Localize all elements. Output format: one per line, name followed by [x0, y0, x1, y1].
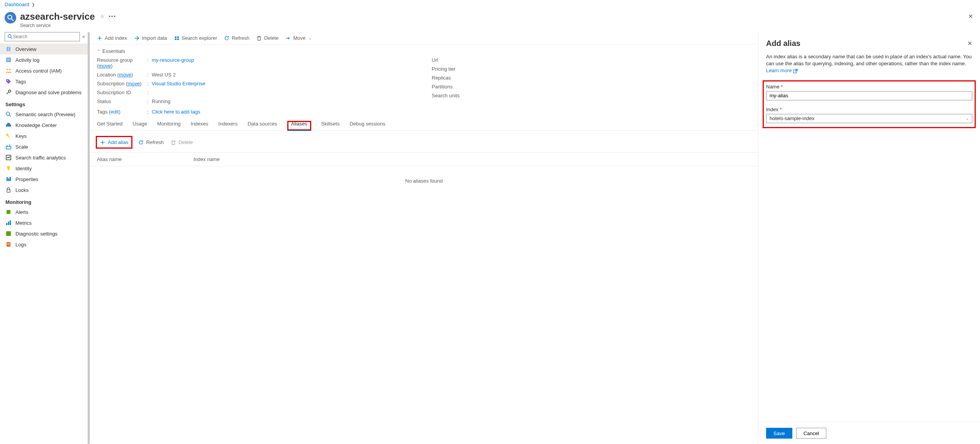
- sidebar-search-input[interactable]: [13, 34, 77, 39]
- chart-icon: [5, 154, 12, 161]
- sidebar-item-label: Logs: [15, 242, 26, 247]
- add-alias-button[interactable]: Add alias: [100, 139, 128, 145]
- logs-icon: [5, 241, 12, 247]
- sidebar-item-alerts[interactable]: Alerts: [0, 207, 90, 217]
- edit-tags-link: edit: [110, 109, 119, 115]
- sidebar-item-search-traffic-analytics[interactable]: Search traffic analytics: [0, 152, 90, 163]
- sidebar-item-knowledge-center[interactable]: Knowledge Center: [0, 120, 90, 130]
- tab-get-started[interactable]: Get Started: [97, 121, 122, 130]
- sidebar-item-logs[interactable]: Logs: [0, 239, 90, 250]
- tab-aliases[interactable]: Aliases: [287, 121, 311, 130]
- search-icon: [5, 111, 12, 117]
- sidebar-item-diagnose-and-solve-problems[interactable]: Diagnose and solve problems: [0, 87, 90, 98]
- svg-rect-34: [7, 244, 10, 245]
- add-tags-link[interactable]: Click here to add tags: [152, 109, 751, 115]
- sidebar-item-label: Access control (IAM): [15, 68, 62, 74]
- sidebar-item-overview[interactable]: Overview: [0, 44, 90, 54]
- resource-group-link[interactable]: my-resource-group: [152, 57, 194, 63]
- people-icon: [5, 68, 12, 74]
- more-menu-icon[interactable]: •••: [109, 14, 116, 19]
- diag-icon: [5, 230, 12, 237]
- breadcrumb-dashboard[interactable]: Dashboard: [5, 2, 29, 7]
- alert-icon: [5, 209, 12, 215]
- move-resource-group-link[interactable]: move: [98, 63, 111, 69]
- tab-usage[interactable]: Usage: [132, 121, 147, 130]
- tab-indexes[interactable]: Indexes: [191, 121, 209, 130]
- resource-header: azsearch-service Search service ☆ ••• ✕: [0, 9, 980, 32]
- name-label: Name *: [766, 84, 972, 90]
- sidebar: « OverviewActivity logAccess control (IA…: [0, 32, 90, 444]
- sidebar-item-label: Search traffic analytics: [15, 155, 66, 161]
- sidebar-item-access-control-iam-[interactable]: Access control (IAM): [0, 65, 90, 76]
- sidebar-item-locks[interactable]: Locks: [0, 185, 90, 195]
- breadcrumb: Dashboard ❯: [0, 0, 980, 9]
- highlighted-fields: Name * Index * hotels-sample-index ⌄: [764, 81, 975, 127]
- index-label: Index *: [766, 107, 972, 112]
- svg-rect-23: [7, 177, 8, 181]
- svg-rect-31: [6, 231, 11, 236]
- svg-rect-27: [7, 210, 10, 214]
- tab-data-sources[interactable]: Data sources: [248, 121, 277, 130]
- command-bar: Add index Import data Search explorer Re…: [90, 32, 758, 44]
- sidebar-item-label: Metrics: [15, 220, 32, 226]
- sidebar-item-tags[interactable]: Tags: [0, 76, 90, 87]
- cancel-button[interactable]: Cancel: [796, 428, 826, 439]
- move-subscription-link[interactable]: move: [128, 81, 140, 86]
- chevron-down-icon: ⌄: [309, 36, 312, 40]
- log-icon: [5, 57, 12, 63]
- search-service-icon: [5, 12, 16, 24]
- sidebar-item-properties[interactable]: Properties: [0, 174, 90, 185]
- save-button[interactable]: Save: [766, 428, 792, 439]
- svg-rect-37: [175, 36, 176, 38]
- svg-point-15: [6, 112, 10, 115]
- favorite-star-icon[interactable]: ☆: [100, 14, 105, 19]
- sidebar-item-identity[interactable]: Identity: [0, 163, 90, 174]
- index-select[interactable]: hotels-sample-index ⌄: [766, 114, 972, 123]
- refresh-button[interactable]: Refresh: [224, 35, 249, 41]
- tab-monitoring[interactable]: Monitoring: [157, 121, 181, 130]
- empty-state: No aliases found: [90, 166, 758, 184]
- svg-rect-22: [8, 169, 9, 170]
- essentials-toggle[interactable]: ⌃ Essentials: [90, 44, 758, 56]
- svg-rect-26: [7, 190, 10, 192]
- svg-rect-29: [8, 222, 9, 225]
- sidebar-item-label: Properties: [15, 176, 38, 182]
- sidebar-search[interactable]: [5, 32, 80, 41]
- resource-subtitle: Search service: [20, 23, 95, 28]
- svg-rect-28: [6, 223, 7, 225]
- chevron-right-icon: ❯: [32, 2, 35, 7]
- alias-refresh-button[interactable]: Refresh: [138, 139, 164, 145]
- svg-rect-46: [172, 141, 175, 144]
- sidebar-item-label: Alerts: [15, 209, 28, 215]
- sidebar-item-semantic-search-preview-[interactable]: Semantic search (Preview): [0, 109, 90, 120]
- tab-skillsets[interactable]: Skillsets: [321, 121, 340, 130]
- sidebar-item-label: Tags: [15, 79, 26, 85]
- add-index-button[interactable]: Add index: [97, 35, 127, 41]
- sidebar-item-label: Scale: [15, 144, 28, 150]
- search-explorer-button[interactable]: Search explorer: [174, 35, 217, 41]
- wrench-icon: [5, 89, 12, 95]
- tab-debug-sessions[interactable]: Debug sessions: [349, 121, 385, 130]
- move-location-link[interactable]: move: [119, 72, 131, 78]
- key-icon: [5, 133, 12, 139]
- svg-rect-33: [7, 243, 10, 244]
- import-data-button[interactable]: Import data: [134, 35, 167, 41]
- collapse-sidebar-icon[interactable]: «: [82, 34, 85, 39]
- sidebar-item-diagnostic-settings[interactable]: Diagnostic settings: [0, 228, 90, 239]
- svg-point-11: [7, 69, 8, 70]
- delete-button[interactable]: Delete: [256, 35, 279, 41]
- learn-more-link[interactable]: Learn more: [766, 68, 798, 73]
- close-blade-icon[interactable]: ✕: [968, 13, 973, 20]
- sidebar-item-keys[interactable]: Keys: [0, 130, 90, 141]
- sidebar-item-scale[interactable]: Scale: [0, 141, 90, 152]
- alias-table-header: Alias name Index name: [90, 152, 758, 166]
- sidebar-item-metrics[interactable]: Metrics: [0, 217, 90, 228]
- sidebar-section-monitoring: Monitoring: [0, 195, 90, 207]
- move-button[interactable]: Move⌄: [285, 35, 312, 41]
- svg-rect-38: [177, 36, 178, 38]
- alias-name-input[interactable]: [766, 91, 972, 100]
- subscription-link[interactable]: Visual Studio Enterprise: [152, 81, 205, 86]
- sidebar-item-activity-log[interactable]: Activity log: [0, 54, 90, 65]
- close-panel-icon[interactable]: ✕: [967, 40, 972, 47]
- tab-indexers[interactable]: Indexers: [218, 121, 237, 130]
